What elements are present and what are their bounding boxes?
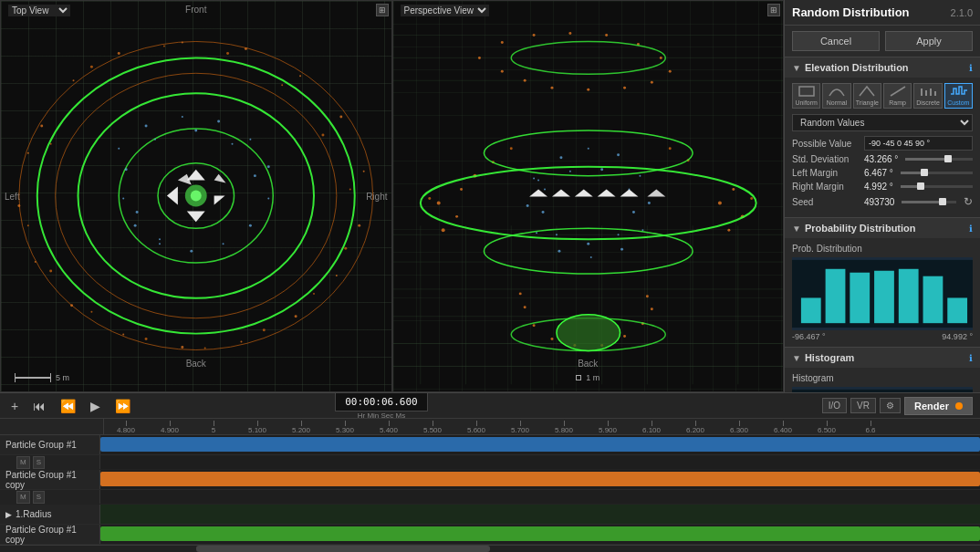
svg-point-17: [122, 334, 124, 336]
panel-header: Random Distribution 2.1.0: [785, 0, 980, 26]
cancel-button[interactable]: Cancel: [792, 31, 880, 51]
svg-point-130: [537, 180, 539, 182]
svg-point-24: [226, 52, 229, 55]
svg-point-115: [532, 324, 535, 327]
svg-point-53: [125, 168, 128, 171]
svg-point-106: [732, 188, 735, 191]
svg-point-51: [134, 224, 137, 227]
possible-value-input[interactable]: [864, 136, 973, 151]
solo-btn-2[interactable]: S: [33, 491, 45, 504]
hist-info-icon[interactable]: ℹ: [969, 353, 973, 363]
seed-refresh-icon[interactable]: ↻: [964, 195, 973, 208]
random-values-select[interactable]: Random Values: [792, 114, 973, 131]
radius-expand-1[interactable]: ▶: [5, 510, 12, 519]
top-view-label[interactable]: Top View Front View Side View: [8, 5, 70, 16]
scrollbar-thumb[interactable]: [196, 546, 490, 552]
elevation-section-title: Elevation Distribution: [805, 62, 965, 73]
seed-slider[interactable]: [902, 201, 956, 203]
std-dev-value: 43.266 °: [864, 154, 898, 164]
svg-point-95: [623, 87, 626, 89]
perspective-view-label[interactable]: Perspective View Top View Front View: [401, 5, 489, 16]
play-button[interactable]: ▶: [87, 397, 104, 415]
track-bar-green[interactable]: [100, 526, 980, 541]
svg-point-57: [254, 174, 256, 177]
normal-dist-icon[interactable]: Normal: [822, 83, 850, 109]
svg-point-3: [27, 152, 29, 154]
add-track-button[interactable]: +: [7, 397, 22, 415]
possible-value-row: Possible Value: [792, 136, 973, 151]
svg-point-11: [363, 171, 365, 172]
prob-info-icon[interactable]: ℹ: [969, 224, 973, 234]
svg-marker-62: [187, 170, 205, 181]
ramp-dist-icon[interactable]: Ramp: [883, 83, 912, 109]
settings-button[interactable]: ⚙: [880, 398, 901, 413]
svg-point-15: [240, 341, 242, 343]
svg-point-96: [587, 89, 589, 91]
svg-point-4: [40, 124, 43, 127]
distribution-type-icons: Uniform Normal: [792, 83, 973, 109]
seed-label: Seed: [792, 197, 860, 207]
fast-forward-button[interactable]: ⏩: [111, 397, 134, 415]
svg-point-105: [717, 201, 721, 204]
elevation-distribution-section: ▼ Elevation Distribution ℹ Uniform: [785, 57, 980, 218]
svg-point-9: [299, 75, 301, 77]
uniform-dist-icon[interactable]: Uniform: [792, 83, 820, 109]
prob-chart-labels: -96.467 ° 94.992 °: [792, 332, 973, 341]
timeline-scrollbar[interactable]: [0, 545, 980, 552]
hist-section-header[interactable]: ▼ Histogram ℹ: [785, 348, 980, 368]
left-margin-slider[interactable]: [901, 172, 973, 174]
ruler-mark: 4.900: [148, 421, 192, 434]
left-margin-row: Left Margin 6.467 °: [792, 168, 973, 178]
hist-collapse-icon: ▼: [792, 353, 801, 363]
svg-point-49: [190, 250, 193, 253]
custom-dist-icon[interactable]: Custom: [944, 83, 973, 109]
prob-section-header[interactable]: ▼ Probability Distribution ℹ: [785, 218, 980, 238]
track-bg-3: [100, 505, 980, 524]
svg-rect-169: [874, 271, 894, 323]
track-bar-blue-1[interactable]: [100, 437, 980, 452]
svg-point-31: [204, 348, 206, 349]
svg-point-149: [555, 234, 557, 235]
ruler-mark: 6.500: [805, 421, 849, 434]
rewind-button[interactable]: ⏪: [57, 397, 79, 415]
svg-point-28: [344, 247, 347, 250]
svg-point-89: [568, 32, 571, 35]
perspective-view-select[interactable]: Perspective View Top View Front View: [401, 5, 489, 16]
triangle-dist-icon[interactable]: Triangle: [853, 83, 881, 109]
svg-point-21: [50, 143, 52, 145]
svg-point-47: [249, 224, 252, 227]
svg-point-100: [436, 201, 440, 204]
timeline-right-buttons: I/O VR ⚙ Render: [822, 397, 973, 415]
elevation-info-icon[interactable]: ℹ: [969, 63, 973, 73]
mute-btn-2[interactable]: M: [16, 491, 30, 504]
render-button[interactable]: Render: [904, 397, 973, 415]
vr-button[interactable]: VR: [850, 398, 876, 413]
mute-btn-1[interactable]: M: [16, 456, 30, 469]
svg-marker-155: [551, 190, 569, 197]
top-view-expand-btn[interactable]: ⊞: [376, 4, 389, 16]
std-dev-slider[interactable]: [905, 158, 973, 161]
track-bar-orange[interactable]: [100, 472, 980, 486]
ruler-mark: 5.800: [542, 421, 586, 434]
discrete-dist-icon[interactable]: Discrete: [913, 83, 942, 109]
perspective-viewport[interactable]: Perspective View Top View Front View ⊞ B…: [392, 0, 785, 392]
io-button[interactable]: I/O: [822, 398, 847, 413]
track-row-particle-group-1-copy-2: Particle Group #1 copy: [0, 525, 980, 545]
elevation-section-header[interactable]: ▼ Elevation Distribution ℹ: [785, 57, 980, 78]
seed-value: 493730: [864, 197, 894, 207]
go-to-start-button[interactable]: ⏮: [29, 397, 49, 415]
top-view-scale: 5 m: [15, 373, 69, 382]
std-dev-label: Std. Deviation: [792, 154, 860, 164]
top-view-select[interactable]: Top View Front View Side View: [8, 5, 70, 16]
top-viewport[interactable]: Front Back Left Right: [0, 0, 392, 392]
perspective-view-expand-btn[interactable]: ⊞: [767, 4, 780, 16]
apply-button[interactable]: Apply: [885, 31, 973, 51]
solo-btn-1[interactable]: S: [33, 456, 45, 469]
right-margin-slider[interactable]: [901, 185, 973, 188]
ruler-mark: 6.6: [849, 421, 892, 434]
svg-point-136: [641, 229, 643, 231]
hist-section-content: Histogram: [785, 368, 980, 392]
ruler-spacer: [4, 419, 104, 434]
svg-rect-166: [801, 297, 821, 323]
track-label-particle-group-1: Particle Group #1: [0, 435, 100, 454]
